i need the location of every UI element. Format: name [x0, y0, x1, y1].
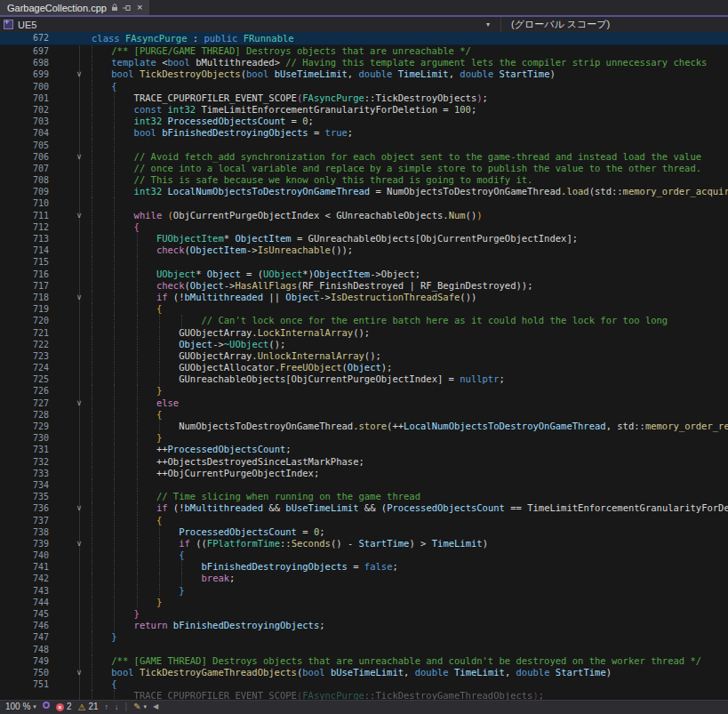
code-line[interactable]: 736∨if (!bMultithreaded && bUseTimeLimit…: [0, 502, 728, 514]
code-line[interactable]: 750∨bool TickDestroyGameThreadObjects(bo…: [0, 667, 728, 678]
code-line[interactable]: 712{: [0, 221, 728, 233]
code-line[interactable]: 719{: [0, 303, 728, 315]
scope-dropdown[interactable]: (グローバル スコープ): [501, 18, 610, 31]
code-line[interactable]: 737{: [0, 515, 728, 526]
code-line[interactable]: 705: [0, 140, 728, 151]
health-indicator[interactable]: [43, 702, 50, 709]
code-line[interactable]: 730}: [0, 432, 728, 444]
fold-chevron-icon[interactable]: ∨: [72, 397, 86, 409]
indent-guide: [92, 678, 92, 690]
pencil-icon: ✎: [133, 702, 140, 712]
code-line[interactable]: 739∨if ((FPlatformTime::Seconds() - Star…: [0, 538, 728, 550]
code-line[interactable]: 732++ObjectsDestroyedSinceLastMarkPhase;: [0, 456, 728, 468]
code-line[interactable]: 751{: [0, 678, 728, 690]
line-number: 739: [0, 538, 49, 550]
fold-chevron-icon[interactable]: ∨: [72, 68, 86, 80]
code-line[interactable]: 726}: [0, 385, 728, 397]
prev-issue-button[interactable]: ↑: [105, 702, 109, 712]
code-line[interactable]: 710: [0, 197, 728, 209]
fold-chevron-icon[interactable]: ∨: [72, 667, 86, 678]
code-line[interactable]: 722Object->~UObject();: [0, 339, 728, 350]
code-line[interactable]: 729NumObjectsToDestroyOnGameThread.store…: [0, 421, 728, 432]
project-dropdown[interactable]: UE5 ▾: [0, 17, 500, 32]
code-line[interactable]: 742break;: [0, 573, 728, 584]
code-line[interactable]: 727∨else: [0, 397, 728, 409]
code-line[interactable]: 701TRACE_CPUPROFILER_EVENT_SCOPE(FAsyncP…: [0, 92, 728, 104]
sticky-scope-line[interactable]: 672 class FAsyncPurge : public FRunnable: [0, 32, 728, 45]
indent-guide: [92, 127, 92, 139]
zoom-control[interactable]: 100 % ▾: [5, 702, 36, 712]
line-number: 736: [0, 502, 49, 514]
code-line[interactable]: 720// Can't lock once for the entire bat…: [0, 315, 728, 326]
code-line[interactable]: 715: [0, 256, 728, 268]
code-line[interactable]: 746return bFinishedDestroyingObjects;: [0, 620, 728, 631]
code-line[interactable]: 698template <bool bMultithreaded> // Hav…: [0, 57, 728, 68]
code-line[interactable]: 741bFinishedDestroyingObjects = false;: [0, 561, 728, 573]
code-line[interactable]: 748: [0, 644, 728, 655]
next-issue-button[interactable]: ↓: [115, 702, 119, 712]
code-line[interactable]: 706∨// Avoid fetch_add synchronization f…: [0, 151, 728, 163]
code-line[interactable]: 716UObject* Object = (UObject*)ObjectIte…: [0, 269, 728, 280]
code-line[interactable]: 711∨while (ObjCurrentPurgeObjectIndex < …: [0, 210, 728, 221]
error-indicator[interactable]: × 2: [56, 702, 72, 712]
indent-guide: [92, 197, 92, 209]
indent-guide: [92, 151, 92, 163]
code-line[interactable]: 721GUObjectArray.LockInternalArray();: [0, 327, 728, 339]
code-line[interactable]: 697/** [PURGE/GAME THREAD] Destroys obje…: [0, 45, 728, 57]
code-line[interactable]: 745}: [0, 608, 728, 620]
code-line[interactable]: 728{: [0, 409, 728, 421]
indent-guide: [137, 256, 138, 268]
code-line[interactable]: 713FUObjectItem* ObjectItem = GUnreachab…: [0, 233, 728, 245]
code-line[interactable]: 700{: [0, 81, 728, 92]
code-cleanup-button[interactable]: ✎ ▾: [133, 702, 147, 712]
indent-guide: [114, 573, 115, 584]
back-icon[interactable]: ◀: [153, 702, 158, 712]
code-area[interactable]: 697/** [PURGE/GAME THREAD] Destroys obje…: [0, 45, 728, 702]
indent-guide: [114, 151, 115, 163]
code-line[interactable]: 708// This is safe because we know only …: [0, 174, 728, 186]
code-line[interactable]: 743}: [0, 585, 728, 597]
close-icon[interactable]: ×: [136, 3, 143, 12]
code-line[interactable]: 733++ObjCurrentPurgeObjectIndex;: [0, 468, 728, 479]
indent-guide: [114, 174, 115, 186]
code-line[interactable]: 734: [0, 479, 728, 491]
error-count: 2: [67, 702, 72, 712]
warning-indicator[interactable]: ⚠ 21: [77, 702, 98, 712]
code-line[interactable]: 714check(ObjectItem->IsUnreachable());: [0, 245, 728, 256]
indent-guide: [114, 339, 115, 350]
indent-guide: [159, 327, 160, 339]
code-line[interactable]: 747}: [0, 631, 728, 643]
pin-icon[interactable]: [123, 4, 132, 12]
code-line[interactable]: 749/** [GAME THREAD] Destroys objects th…: [0, 655, 728, 667]
fold-chevron-icon[interactable]: ∨: [72, 292, 86, 303]
indent-guide: [114, 620, 115, 631]
code-line[interactable]: 724GUObjectAllocator.FreeUObject(Object)…: [0, 362, 728, 373]
code-line[interactable]: 699∨bool TickDestroyObjects(bool bUseTim…: [0, 68, 728, 80]
code-line[interactable]: 718∨if (!bMultithreaded || Object->IsDes…: [0, 292, 728, 303]
code-line[interactable]: 744}: [0, 597, 728, 608]
code-line[interactable]: 709int32 LocalNumObjectsToDestroyOnGameT…: [0, 186, 728, 197]
code-line[interactable]: 740{: [0, 550, 728, 561]
code-line[interactable]: 735// Time slicing when running on the g…: [0, 491, 728, 502]
code-line[interactable]: 725GUnreachableObjects[ObjCurrentPurgeOb…: [0, 373, 728, 385]
code-line[interactable]: 703int32 ProcessedObjectsCount = 0;: [0, 116, 728, 127]
code-text: {: [156, 409, 162, 421]
fold-chevron-icon[interactable]: ∨: [72, 538, 86, 550]
code-line[interactable]: 723GUObjectArray.UnlockInternalArray();: [0, 350, 728, 362]
line-number: 729: [0, 421, 49, 432]
code-line[interactable]: 717check(Object->HasAllFlags(RF_FinishDe…: [0, 280, 728, 292]
code-line[interactable]: 702const int32 TimeLimitEnforcementGranu…: [0, 104, 728, 116]
code-text: }: [156, 432, 162, 444]
fold-chevron-icon[interactable]: ∨: [72, 210, 86, 221]
line-number: 738: [0, 526, 49, 538]
fold-chevron-icon[interactable]: ∨: [72, 502, 86, 514]
code-line[interactable]: 738ProcessedObjectsCount = 0;: [0, 526, 728, 538]
code-line[interactable]: 731++ProcessedObjectsCount;: [0, 444, 728, 455]
indent-guide: [92, 397, 92, 409]
line-number: 709: [0, 186, 49, 197]
tab-garbagecollection[interactable]: GarbageCollection.cpp ×: [0, 0, 149, 15]
code-line[interactable]: 707// once into a local variable and rep…: [0, 163, 728, 174]
fold-chevron-icon[interactable]: ∨: [72, 151, 86, 163]
code-line[interactable]: 704bool bFinishedDestroyingObjects = tru…: [0, 127, 728, 139]
indent-guide: [181, 315, 182, 326]
